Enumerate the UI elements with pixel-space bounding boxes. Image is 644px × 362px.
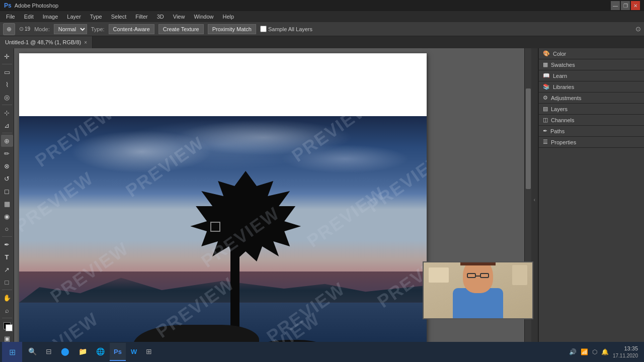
color-icon: 🎨 xyxy=(543,50,550,57)
proximity-match-btn[interactable]: Proximity Match xyxy=(208,24,256,34)
menu-window[interactable]: Window xyxy=(190,13,217,21)
panel-channels[interactable]: ◫ Channels xyxy=(539,115,644,126)
learn-label: Learn xyxy=(553,73,567,79)
webcam-feed xyxy=(424,262,532,318)
zoom-tool[interactable]: ⌕ xyxy=(1,304,13,316)
adjustments-icon: ⚙ xyxy=(543,95,548,101)
panel-adjustments[interactable]: ⚙ Adjustments xyxy=(539,93,644,104)
volume-icon[interactable]: 🔊 xyxy=(569,348,577,355)
battery-icon: ⬡ xyxy=(592,348,597,355)
healing-mode-icon[interactable]: ⊙ xyxy=(635,25,641,33)
panel-libraries[interactable]: 📚 Libraries xyxy=(539,81,644,93)
type-tool[interactable]: T xyxy=(1,251,13,263)
panel-color[interactable]: 🎨 Color xyxy=(539,48,644,59)
extra-icon: ⊞ xyxy=(146,347,152,355)
menu-help[interactable]: Help xyxy=(219,13,238,21)
brush-size-value: 19 xyxy=(25,26,30,32)
panel-learn[interactable]: 📖 Learn xyxy=(539,70,644,81)
pen-tool[interactable]: ✒ xyxy=(1,238,13,250)
brush-tool-icon[interactable]: ⊕ xyxy=(3,23,15,35)
close-button[interactable]: ✕ xyxy=(631,1,640,10)
title-bar-controls[interactable]: — ❐ ✕ xyxy=(611,1,640,10)
brush-tool[interactable]: ✏ xyxy=(1,147,13,159)
blur-tool[interactable]: ◉ xyxy=(1,210,13,222)
start-button[interactable]: ⊞ xyxy=(2,342,22,362)
title-bar: Ps Adobe Photoshop — ❐ ✕ xyxy=(0,0,644,11)
menu-filter[interactable]: Filter xyxy=(131,13,151,21)
crop-tool[interactable]: ⊹ xyxy=(1,107,13,119)
learn-icon: 📖 xyxy=(543,72,550,79)
paths-icon: ✒ xyxy=(543,128,547,134)
taskbar-extra[interactable]: ⊞ xyxy=(142,343,156,361)
network-icon[interactable]: 📶 xyxy=(581,348,588,355)
document-tab[interactable]: Untitled-1 @ 48,7% (1, RGB/8) × xyxy=(0,36,93,48)
libraries-label: Libraries xyxy=(553,84,574,90)
document-tab-close[interactable]: × xyxy=(84,40,87,45)
taskbar-chrome[interactable]: 🌐 xyxy=(92,343,109,361)
dodge-tool[interactable]: ○ xyxy=(1,223,13,235)
v-scroll-thumb[interactable] xyxy=(526,88,531,189)
mode-select[interactable]: Normal xyxy=(54,24,87,34)
create-texture-btn[interactable]: Create Texture xyxy=(158,24,204,34)
menu-layer[interactable]: Layer xyxy=(63,13,85,21)
right-panel: 🎨 Color ▦ Swatches 📖 Learn 📚 Libraries xyxy=(538,48,644,351)
move-tool[interactable]: ✛ xyxy=(1,50,13,62)
minimize-button[interactable]: — xyxy=(611,1,620,10)
taskbar-task-view[interactable]: ⊟ xyxy=(42,343,56,361)
taskbar-word[interactable]: W xyxy=(127,343,141,361)
taskbar-browser[interactable]: ⬤ xyxy=(57,343,73,361)
shape-tool[interactable]: □ xyxy=(1,276,13,288)
menu-type[interactable]: Type xyxy=(86,13,106,21)
eraser-tool[interactable]: ◻ xyxy=(1,185,13,197)
content-aware-btn[interactable]: Content-Aware xyxy=(109,24,154,34)
menu-view[interactable]: View xyxy=(169,13,189,21)
history-brush-tool[interactable]: ↺ xyxy=(1,172,13,185)
taskbar-search[interactable]: 🔍 xyxy=(24,343,41,361)
layers-icon: ▤ xyxy=(543,106,548,112)
type-label: Type: xyxy=(91,26,105,32)
windows-logo: ⊞ xyxy=(9,347,16,357)
chrome-icon: 🌐 xyxy=(96,347,105,355)
sample-all-layers-checkbox[interactable] xyxy=(260,26,267,32)
eyedropper-tool[interactable]: ⊿ xyxy=(1,119,13,131)
sample-all-layers-label[interactable]: Sample All Layers xyxy=(260,26,312,32)
clock-date: 17.11.2020 xyxy=(613,352,638,359)
marquee-tool[interactable]: ▭ xyxy=(1,66,13,78)
glasses-bridge xyxy=(476,276,480,277)
menu-edit[interactable]: Edit xyxy=(20,13,38,21)
taskbar-photoshop[interactable]: Ps xyxy=(110,343,126,361)
tool-separator-2 xyxy=(2,105,12,105)
menu-file[interactable]: File xyxy=(2,13,19,21)
tool-separator-4 xyxy=(2,236,12,237)
panel-swatches[interactable]: ▦ Swatches xyxy=(539,59,644,70)
maximize-button[interactable]: ❐ xyxy=(621,1,630,10)
taskbar-right: 🔊 📶 ⬡ 🔔 13:35 17.11.2020 xyxy=(565,345,642,358)
canvas-document[interactable]: PREVIEW PREVIEW PREVIEW PREVIEW PREVIEW … xyxy=(19,53,427,351)
lasso-tool[interactable]: ⌇ xyxy=(1,78,13,90)
taskbar-clock[interactable]: 13:35 17.11.2020 xyxy=(613,345,638,358)
hand-tool[interactable]: ✋ xyxy=(1,292,13,304)
taskbar-file-explorer[interactable]: 📁 xyxy=(74,343,91,361)
quick-select-tool[interactable]: ◎ xyxy=(1,91,13,103)
menu-3d[interactable]: 3D xyxy=(153,13,168,21)
menu-image[interactable]: Image xyxy=(39,13,62,21)
properties-label: Properties xyxy=(551,139,576,145)
person-hair xyxy=(460,261,496,265)
libraries-icon: 📚 xyxy=(543,83,550,90)
clone-stamp-tool[interactable]: ⊗ xyxy=(1,160,13,172)
tool-separator-1 xyxy=(2,64,12,64)
fg-color-btn[interactable] xyxy=(1,320,13,332)
tab-bar: Untitled-1 @ 48,7% (1, RGB/8) × xyxy=(0,36,644,48)
path-select-tool[interactable]: ↗ xyxy=(1,263,13,276)
panel-layers[interactable]: ▤ Layers xyxy=(539,104,644,115)
menu-select[interactable]: Select xyxy=(107,13,131,21)
spot-healing-tool[interactable]: ⊕ xyxy=(1,135,13,147)
search-icon: 🔍 xyxy=(28,347,37,355)
tool-separator-5 xyxy=(2,290,12,290)
channels-label: Channels xyxy=(551,117,574,123)
gradient-tool[interactable]: ▦ xyxy=(1,198,13,210)
notification-icon[interactable]: 🔔 xyxy=(601,348,609,355)
bg-item-1 xyxy=(429,267,449,283)
panel-properties[interactable]: ☰ Properties xyxy=(539,137,644,148)
panel-paths[interactable]: ✒ Paths xyxy=(539,126,644,137)
